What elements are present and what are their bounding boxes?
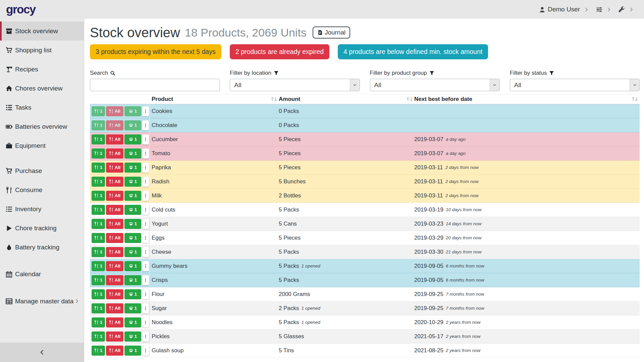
open-one-button[interactable]: 1: [124, 148, 141, 159]
amount-column-header[interactable]: Amount ↑↓: [279, 95, 414, 104]
sort-icon[interactable]: ↑↓: [631, 95, 638, 104]
consume-one-button[interactable]: 1: [92, 346, 105, 356]
row-menu-button[interactable]: [142, 275, 149, 285]
row-menu-button[interactable]: [142, 163, 149, 173]
sort-icon[interactable]: ↑↓: [406, 95, 412, 104]
row-menu-button[interactable]: [142, 331, 149, 342]
sidebar-item-inventory[interactable]: Inventory: [0, 199, 84, 219]
sidebar-item-chore-tracking[interactable]: Chore tracking: [0, 219, 84, 238]
sidebar-item-consume[interactable]: Consume: [0, 180, 84, 199]
consume-all-button[interactable]: All: [106, 331, 123, 342]
consume-one-button[interactable]: 1: [92, 275, 105, 285]
chevron-right-icon[interactable]: [629, 7, 634, 12]
consume-all-button[interactable]: All: [106, 163, 123, 173]
row-menu-button[interactable]: [142, 148, 149, 159]
open-one-button[interactable]: 1: [124, 219, 141, 229]
consume-all-button[interactable]: All: [106, 289, 123, 299]
consume-one-button[interactable]: 1: [92, 289, 105, 299]
open-one-button[interactable]: 1: [124, 205, 141, 215]
consume-one-button[interactable]: 1: [92, 191, 105, 201]
consume-all-button[interactable]: All: [106, 233, 123, 243]
chevron-right-icon[interactable]: [584, 7, 589, 12]
consume-all-button[interactable]: All: [106, 120, 123, 130]
sidebar-item-purchase[interactable]: Purchase: [0, 161, 84, 180]
row-menu-button[interactable]: [142, 303, 149, 313]
settings-sliders-icon[interactable]: [596, 6, 602, 13]
row-menu-button[interactable]: [142, 219, 149, 229]
open-one-button[interactable]: 1: [124, 331, 141, 342]
consume-all-button[interactable]: All: [106, 191, 123, 201]
consume-all-button[interactable]: All: [106, 205, 123, 215]
open-one-button[interactable]: 1: [124, 289, 141, 299]
row-menu-button[interactable]: [142, 317, 149, 327]
open-one-button[interactable]: 1: [124, 317, 141, 327]
consume-one-button[interactable]: 1: [92, 120, 105, 130]
consume-one-button[interactable]: 1: [92, 233, 105, 243]
consume-one-button[interactable]: 1: [92, 219, 105, 229]
row-menu-button[interactable]: [142, 191, 149, 201]
consume-all-button[interactable]: All: [106, 317, 123, 327]
consume-one-button[interactable]: 1: [92, 163, 105, 173]
consume-one-button[interactable]: 1: [92, 331, 105, 342]
open-one-button[interactable]: 1: [124, 106, 141, 116]
sidebar-item-shopping-list[interactable]: Shopping list: [0, 41, 84, 60]
sidebar-item-battery-tracking[interactable]: Battery tracking: [0, 238, 84, 257]
open-one-button[interactable]: 1: [124, 134, 141, 144]
consume-one-button[interactable]: 1: [92, 148, 105, 159]
row-menu-button[interactable]: [142, 233, 149, 243]
open-one-button[interactable]: 1: [124, 303, 141, 313]
consume-all-button[interactable]: All: [106, 219, 123, 229]
row-menu-button[interactable]: [142, 106, 149, 116]
journal-button[interactable]: Journal: [313, 26, 350, 39]
consume-all-button[interactable]: All: [106, 261, 123, 271]
consume-all-button[interactable]: All: [106, 148, 123, 159]
row-menu-button[interactable]: [142, 134, 149, 144]
open-one-button[interactable]: 1: [124, 163, 141, 173]
consume-one-button[interactable]: 1: [92, 106, 105, 116]
open-one-button[interactable]: 1: [124, 233, 141, 243]
date-column-header[interactable]: Next best before date ↑↓: [414, 95, 640, 104]
sidebar-item-manage-master-data[interactable]: Manage master data: [0, 292, 84, 311]
sidebar-item-stock-overview[interactable]: Stock overview: [0, 21, 84, 41]
search-input[interactable]: [90, 79, 220, 91]
row-menu-button[interactable]: [142, 247, 149, 257]
consume-all-button[interactable]: All: [106, 134, 123, 144]
open-one-button[interactable]: 1: [124, 247, 141, 257]
open-one-button[interactable]: 1: [124, 120, 141, 130]
consume-one-button[interactable]: 1: [92, 261, 105, 271]
consume-one-button[interactable]: 1: [92, 134, 105, 144]
row-menu-button[interactable]: [142, 289, 149, 299]
open-one-button[interactable]: 1: [124, 177, 141, 187]
consume-one-button[interactable]: 1: [92, 303, 105, 313]
consume-one-button[interactable]: 1: [92, 317, 105, 327]
consume-all-button[interactable]: All: [106, 275, 123, 285]
consume-all-button[interactable]: All: [106, 106, 123, 116]
row-menu-button[interactable]: [142, 346, 149, 356]
wrench-icon[interactable]: [619, 6, 625, 13]
consume-all-button[interactable]: All: [106, 247, 123, 257]
sidebar-item-tasks[interactable]: Tasks: [0, 98, 84, 117]
status-filter-select[interactable]: All: [510, 79, 640, 91]
product-group-filter-select[interactable]: All: [370, 79, 500, 91]
row-menu-button[interactable]: [142, 205, 149, 215]
sidebar-item-recipes[interactable]: Recipes: [0, 60, 84, 79]
chevron-right-icon[interactable]: [607, 7, 611, 12]
row-menu-button[interactable]: [142, 120, 149, 130]
row-menu-button[interactable]: [142, 261, 149, 271]
sort-icon[interactable]: ↑↓: [270, 95, 277, 104]
consume-all-button[interactable]: All: [106, 346, 123, 356]
open-one-button[interactable]: 1: [124, 191, 141, 201]
open-one-button[interactable]: 1: [124, 275, 141, 285]
sidebar-collapse-button[interactable]: [0, 343, 84, 362]
sidebar-item-equipment[interactable]: Equipment: [0, 136, 84, 155]
consume-all-button[interactable]: All: [106, 177, 123, 187]
consume-one-button[interactable]: 1: [92, 247, 105, 257]
row-menu-button[interactable]: [142, 177, 149, 187]
sidebar-item-batteries-overview[interactable]: Batteries overview: [0, 117, 84, 136]
open-one-button[interactable]: 1: [124, 346, 141, 356]
consume-one-button[interactable]: 1: [92, 205, 105, 215]
sidebar-item-calendar[interactable]: Calendar: [0, 264, 84, 284]
location-filter-select[interactable]: All: [230, 79, 360, 91]
sidebar-item-chores-overview[interactable]: Chores overview: [0, 79, 84, 98]
user-menu[interactable]: Demo User: [539, 6, 580, 13]
